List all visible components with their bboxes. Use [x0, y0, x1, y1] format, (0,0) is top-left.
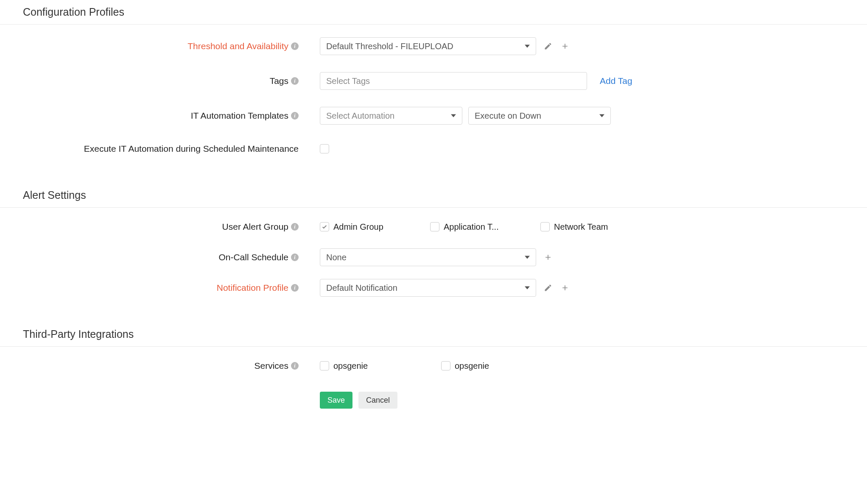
- service-label: opsgenie: [333, 361, 368, 371]
- user-group-option: Admin Group: [320, 222, 430, 232]
- add-icon[interactable]: [560, 41, 570, 51]
- row-tags: Tags i Select Tags Add Tag: [0, 72, 867, 90]
- automation-trigger-value: Execute on Down: [475, 111, 541, 121]
- info-icon[interactable]: i: [291, 42, 299, 50]
- user-group-label: Application T...: [444, 222, 499, 232]
- label-text: Tags: [270, 76, 288, 86]
- row-automation: IT Automation Templates i Select Automat…: [0, 107, 867, 125]
- section-title-alerts: Alert Settings: [0, 183, 867, 208]
- label-user-group: User Alert Group i: [23, 222, 307, 232]
- threshold-select[interactable]: Default Threshold - FILEUPLOAD: [320, 37, 536, 55]
- user-group-checkbox[interactable]: [430, 222, 439, 231]
- user-group-label: Network Team: [554, 222, 608, 232]
- service-checkbox[interactable]: [441, 361, 450, 370]
- info-icon[interactable]: i: [291, 223, 299, 231]
- save-button[interactable]: Save: [320, 392, 352, 409]
- exec-maint-checkbox[interactable]: [320, 144, 329, 153]
- chevron-down-icon: [451, 114, 456, 117]
- add-icon[interactable]: [560, 283, 570, 293]
- info-icon[interactable]: i: [291, 362, 299, 370]
- row-actions: Save Cancel: [0, 392, 867, 426]
- row-oncall: On-Call Schedule i None: [0, 248, 867, 266]
- row-services: Services i opsgenie opsgenie: [0, 357, 867, 375]
- label-text: User Alert Group: [222, 222, 288, 232]
- tags-placeholder: Select Tags: [326, 76, 370, 86]
- user-group-label: Admin Group: [333, 222, 383, 232]
- label-tags: Tags i: [23, 76, 307, 86]
- tags-input[interactable]: Select Tags: [320, 72, 587, 90]
- section-title-thirdparty: Third-Party Integrations: [0, 322, 867, 347]
- edit-icon[interactable]: [543, 283, 553, 293]
- chevron-down-icon: [525, 287, 530, 290]
- row-exec-maint: Execute IT Automation during Scheduled M…: [0, 140, 867, 158]
- label-threshold: Threshold and Availability i: [23, 41, 307, 51]
- service-option: opsgenie: [441, 361, 556, 371]
- user-group-checkbox[interactable]: [320, 222, 329, 231]
- label-automation: IT Automation Templates i: [23, 111, 307, 121]
- automation-placeholder: Select Automation: [326, 111, 394, 121]
- label-text: IT Automation Templates: [191, 111, 288, 121]
- row-notification: Notification Profile i Default Notificat…: [0, 279, 867, 297]
- label-text: On-Call Schedule: [218, 252, 288, 262]
- threshold-value: Default Threshold - FILEUPLOAD: [326, 42, 453, 51]
- info-icon[interactable]: i: [291, 253, 299, 261]
- section-title-config: Configuration Profiles: [0, 0, 867, 25]
- add-icon[interactable]: [543, 252, 553, 262]
- label-exec-maint: Execute IT Automation during Scheduled M…: [23, 144, 307, 154]
- automation-select[interactable]: Select Automation: [320, 107, 462, 125]
- cancel-button[interactable]: Cancel: [358, 392, 397, 409]
- edit-icon[interactable]: [543, 41, 553, 51]
- notification-value: Default Notification: [326, 283, 397, 293]
- chevron-down-icon: [525, 256, 530, 259]
- user-group-checkbox[interactable]: [540, 222, 550, 231]
- oncall-select[interactable]: None: [320, 248, 536, 266]
- oncall-value: None: [326, 253, 347, 262]
- label-notification: Notification Profile i: [23, 283, 307, 293]
- add-tag-link[interactable]: Add Tag: [600, 76, 632, 86]
- info-icon[interactable]: i: [291, 284, 299, 292]
- user-group-option: Network Team: [540, 222, 651, 232]
- notification-select[interactable]: Default Notification: [320, 279, 536, 297]
- service-label: opsgenie: [455, 361, 489, 371]
- label-services: Services i: [23, 361, 307, 371]
- chevron-down-icon: [525, 45, 530, 48]
- label-text: Services: [254, 361, 288, 371]
- label-text: Threshold and Availability: [187, 41, 288, 51]
- service-checkbox[interactable]: [320, 361, 329, 370]
- automation-trigger-select[interactable]: Execute on Down: [468, 107, 611, 125]
- row-user-group: User Alert Group i Admin Group Applicati…: [0, 218, 867, 236]
- service-option: opsgenie: [320, 361, 434, 371]
- chevron-down-icon: [599, 114, 604, 117]
- info-icon[interactable]: i: [291, 77, 299, 85]
- info-icon[interactable]: i: [291, 112, 299, 120]
- row-threshold: Threshold and Availability i Default Thr…: [0, 37, 867, 55]
- label-text: Notification Profile: [217, 283, 288, 293]
- label-oncall: On-Call Schedule i: [23, 252, 307, 262]
- user-group-option: Application T...: [430, 222, 540, 232]
- label-text: Execute IT Automation during Scheduled M…: [84, 144, 299, 154]
